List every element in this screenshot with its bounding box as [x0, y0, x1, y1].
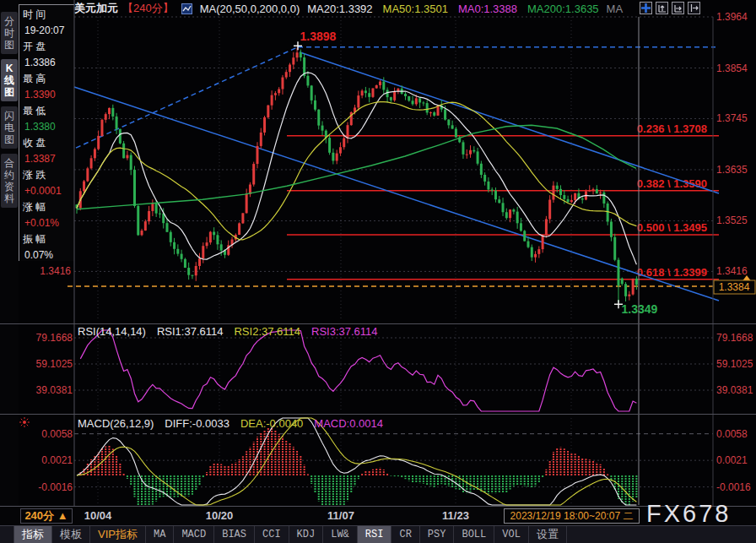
ma50-line	[77, 102, 636, 240]
rsi-axis-right: 79.1668	[716, 332, 753, 344]
toolbar-item-MA[interactable]: MA	[146, 526, 174, 543]
macd-axis-left: 0.0021	[41, 454, 73, 466]
price-axis-label: 1.3416	[716, 265, 748, 277]
candle-body	[393, 91, 396, 100]
candle-body	[455, 128, 457, 137]
candle-body	[321, 126, 324, 131]
candle-body	[209, 232, 212, 243]
candle-body	[285, 72, 288, 77]
toolbar-item-RSI[interactable]: RSI	[358, 526, 392, 543]
candle-body	[552, 186, 554, 200]
candle-body	[357, 95, 359, 107]
candle-body	[574, 193, 576, 200]
macd-title[interactable]: MACD(26,12,9)	[78, 417, 154, 430]
toolbar-item-指标[interactable]: 指标	[14, 526, 52, 543]
toolbar-item-LW&[interactable]: LW&	[323, 526, 358, 543]
candle-body	[610, 221, 613, 236]
watermark: FX678	[646, 500, 731, 528]
candle-body	[317, 110, 320, 126]
candle-body	[216, 235, 219, 244]
candle-body	[83, 182, 85, 192]
candle-body	[274, 93, 277, 95]
candle-body	[624, 284, 627, 296]
candle-body	[588, 190, 591, 191]
toolbar-item-KDJ[interactable]: KDJ	[289, 526, 324, 543]
fib-label: 0.500 \ 1.3495	[637, 221, 707, 234]
candle-body	[170, 232, 172, 242]
candle-body	[198, 258, 201, 266]
candle-body	[108, 108, 111, 114]
candle-body	[480, 164, 483, 175]
candle-body	[105, 114, 107, 120]
toolbar-item-CR[interactable]: CR	[392, 526, 419, 543]
rsi-axis-left: 59.1025	[36, 358, 73, 370]
rsi-value: RSI3:37.6114	[311, 325, 378, 338]
candle-body	[520, 223, 522, 231]
chart-canvas[interactable]: 1.39641.38541.37451.36351.35251.34161.34…	[0, 0, 756, 525]
toolbar-item-BIAS[interactable]: BIAS	[214, 526, 255, 543]
toolbar-item-CCI[interactable]: CCI	[255, 526, 289, 543]
candle-body	[281, 78, 284, 90]
price-axis-left-label: 1.3416	[40, 265, 71, 277]
candle-body	[187, 268, 190, 275]
candle-body	[252, 164, 255, 184]
toolbar-item-BOLL[interactable]: BOLL	[454, 526, 494, 543]
candle-body	[596, 189, 598, 193]
candle-body	[111, 108, 114, 117]
toolbar-item-VOL[interactable]: VOL	[494, 526, 529, 543]
toolbar-item-设置[interactable]: 设置	[529, 526, 567, 543]
toolbar-item-PSY[interactable]: PSY	[420, 526, 455, 543]
candle-body	[433, 112, 435, 116]
candle-body	[512, 209, 515, 211]
rsi-axis-left: 79.1668	[36, 332, 73, 344]
candle-body	[635, 279, 638, 285]
candle-body	[289, 64, 291, 72]
candle-body	[263, 117, 266, 133]
candle-body	[559, 189, 562, 195]
candle-body	[545, 219, 548, 235]
candle-body	[505, 212, 508, 218]
macd-axis-right: -0.0016	[716, 481, 751, 493]
candle-body	[314, 100, 316, 110]
candle-body	[347, 125, 349, 138]
candle-body	[238, 223, 240, 235]
rsi-value: RSI2:37.6114	[234, 325, 300, 338]
candle-body	[426, 103, 429, 112]
candle-body	[531, 247, 533, 258]
candle-body	[563, 195, 565, 199]
candle-body	[581, 198, 584, 199]
candle-body	[206, 242, 208, 246]
macd-axis-left: -0.0016	[38, 481, 73, 493]
candle-body	[429, 112, 432, 113]
macd-value: MACD:0.0014	[314, 417, 383, 430]
candle-body	[498, 199, 500, 203]
indicator-toolbar: 指标模板VIP指标MAMACDBIASCCIKDJLW&RSICRPSYBOLL…	[0, 525, 756, 543]
candle-body	[599, 193, 602, 193]
candle-body	[607, 204, 609, 222]
candle-body	[306, 76, 309, 86]
candle-body	[502, 203, 505, 212]
current-price-label: 1.3384	[719, 281, 750, 293]
macd-axis-right: 0.0058	[716, 428, 748, 440]
candle-body	[292, 57, 294, 64]
candle-body	[141, 231, 143, 235]
macd-axis-right: 0.0021	[716, 454, 748, 466]
candle-body	[523, 231, 526, 241]
candle-body	[137, 206, 139, 235]
toolbar-item-VIP指标[interactable]: VIP指标	[90, 526, 146, 543]
candle-body	[556, 186, 559, 189]
candle-body	[310, 85, 313, 100]
candle-body	[516, 212, 519, 224]
candle-body	[472, 150, 475, 152]
candle-body	[469, 150, 472, 155]
candle-body	[491, 189, 494, 190]
candle-body	[477, 151, 479, 163]
candle-body	[618, 260, 620, 286]
toolbar-item-MACD[interactable]: MACD	[174, 526, 214, 543]
rsi-title[interactable]: RSI(14,14,14)	[78, 325, 146, 338]
candle-body	[116, 117, 118, 129]
sun-icon[interactable]	[19, 416, 30, 432]
toolbar-item-模板[interactable]: 模板	[52, 526, 90, 543]
low-price-label: 1.3349	[622, 302, 658, 316]
candle-body	[151, 204, 154, 211]
